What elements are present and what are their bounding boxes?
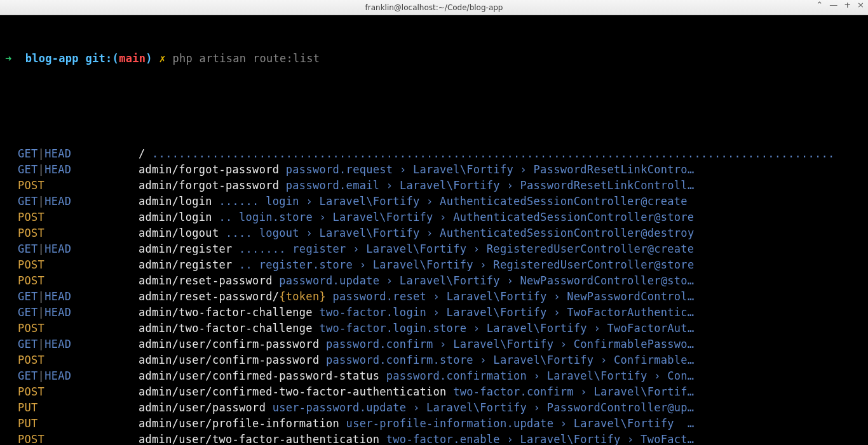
route-uri: admin/two-factor-challenge xyxy=(139,322,319,335)
window-min-button[interactable]: — xyxy=(829,0,837,10)
route-detail: admin/forgot-password password.email › L… xyxy=(139,178,694,194)
route-detail: admin/user/confirm-password password.con… xyxy=(139,352,694,368)
route-uri: admin/two-factor-challenge xyxy=(139,306,319,319)
route-row: GET|HEADadmin/reset-password/{token} pas… xyxy=(5,289,862,305)
route-row: GET|HEADadmin/two-factor-challenge two-f… xyxy=(5,305,862,321)
route-row: GET|HEADadmin/user/confirmed-password-st… xyxy=(5,368,862,384)
route-method: HEAD xyxy=(44,290,71,303)
route-name: password.reset xyxy=(333,290,427,303)
route-uri: admin/user/confirm-password xyxy=(139,338,326,350)
route-uri: admin/forgot-password xyxy=(139,163,286,176)
route-method-column: GET|HEAD xyxy=(5,289,139,305)
route-name: password.email xyxy=(286,179,380,192)
prompt-paren-close: ) xyxy=(146,51,153,67)
window-up-button[interactable]: ⌃ xyxy=(816,0,823,10)
route-row: POSTadmin/user/confirmed-two-factor-auth… xyxy=(5,384,862,400)
prompt-git: git: xyxy=(85,51,112,67)
route-uri: admin/register xyxy=(139,242,239,255)
route-uri: admin/user/password xyxy=(139,401,273,414)
route-detail: admin/logout .... logout › Laravel\Forti… xyxy=(139,225,694,241)
route-row: POSTadmin/two-factor-challenge two-facto… xyxy=(5,321,862,336)
route-method: PUT xyxy=(18,401,38,414)
route-method: HEAD xyxy=(44,147,71,160)
route-dots: ...... xyxy=(219,195,266,208)
method-separator: | xyxy=(38,290,45,303)
method-separator: | xyxy=(38,195,45,208)
route-method: GET xyxy=(18,306,38,319)
shell-prompt: ➜ blog-app git:(main) ✗ php artisan rout… xyxy=(5,51,862,67)
route-detail: admin/user/two-factor-authentication two… xyxy=(139,432,694,445)
route-row: POSTadmin/logout .... logout › Laravel\F… xyxy=(5,225,862,241)
route-method-column: POST xyxy=(5,257,139,273)
route-method: POST xyxy=(18,179,44,192)
route-method: POST xyxy=(18,227,44,239)
route-detail: admin/login ...... login › Laravel\Forti… xyxy=(139,194,688,209)
route-detail: admin/register .. register.store › Larav… xyxy=(139,257,694,273)
route-uri: admin/user/confirm-password xyxy=(139,354,326,366)
route-uri: admin/user/profile-information xyxy=(139,417,346,430)
route-method-column: GET|HEAD xyxy=(5,241,139,257)
route-name: login xyxy=(266,195,299,208)
route-method-column: POST xyxy=(5,178,139,194)
route-method: GET xyxy=(18,195,38,208)
route-dots: ....... xyxy=(239,242,292,255)
prompt-paren-open: ( xyxy=(112,51,119,67)
route-row: POSTadmin/forgot-password password.email… xyxy=(5,178,862,194)
route-controller: › Laravel\Fortify › AuthenticatedSession… xyxy=(313,211,695,223)
route-row: GET|HEADadmin/user/confirm-password pass… xyxy=(5,336,862,352)
route-detail: admin/user/profile-information user-prof… xyxy=(139,416,694,432)
route-method-column: GET|HEAD xyxy=(5,162,139,178)
window-title: franklin@localhost:~/Code/blog-app xyxy=(365,3,503,12)
route-method: POST xyxy=(18,322,44,335)
route-row: PUTadmin/user/profile-information user-p… xyxy=(5,416,862,432)
route-token: {token} xyxy=(279,290,326,303)
route-controller: › Laravel\Fortify › AuthenticatedSession… xyxy=(299,195,688,208)
blank-line xyxy=(5,98,862,114)
route-uri: admin/logout xyxy=(139,227,226,239)
route-uri: admin/reset-password xyxy=(139,274,279,287)
route-controller: › Laravel\Fortify › ConfirmablePasswo… xyxy=(433,338,695,350)
route-name: two-factor.login xyxy=(319,306,426,319)
route-detail: admin/user/confirm-password password.con… xyxy=(139,336,694,352)
route-controller: › Laravel\Fortify › NewPasswordControl… xyxy=(426,290,694,303)
route-detail: admin/two-factor-challenge two-factor.lo… xyxy=(139,321,694,336)
route-name: login.store xyxy=(239,211,313,223)
route-controller: › Laravel\Fortif… xyxy=(574,385,695,398)
route-controller: › Laravel\Fortify › Con… xyxy=(527,369,694,382)
method-separator: | xyxy=(38,147,45,160)
route-method: GET xyxy=(18,290,38,303)
route-detail: admin/forgot-password password.request ›… xyxy=(139,162,694,178)
route-method: HEAD xyxy=(44,338,71,350)
route-row: PUTadmin/user/password user-password.upd… xyxy=(5,400,862,416)
route-detail: admin/register ....... register › Larave… xyxy=(139,241,694,257)
route-detail: admin/user/password user-password.update… xyxy=(139,400,694,416)
route-row: POSTadmin/reset-password password.update… xyxy=(5,273,862,289)
method-separator: | xyxy=(38,242,45,255)
route-method: POST xyxy=(18,258,44,271)
route-name: password.confirm.store xyxy=(326,354,473,366)
method-separator: | xyxy=(38,306,45,319)
prompt-branch: main xyxy=(119,51,146,67)
route-controller: › Laravel\Fortify › TwoFactorAuthentic… xyxy=(426,306,694,319)
route-name: password.confirm xyxy=(326,338,433,350)
window-close-button[interactable]: × xyxy=(857,0,864,10)
route-detail: admin/reset-password password.update › L… xyxy=(139,273,694,289)
route-detail: admin/user/confirmed-password-status pas… xyxy=(139,368,694,384)
route-method: GET xyxy=(18,242,38,255)
terminal[interactable]: ➜ blog-app git:(main) ✗ php artisan rout… xyxy=(0,15,868,445)
route-dots xyxy=(326,290,333,303)
route-name: register.store xyxy=(259,258,353,271)
route-dots: .... xyxy=(226,227,259,239)
route-method: GET xyxy=(18,147,38,160)
prompt-dir: blog-app xyxy=(25,51,79,67)
route-method-column: PUT xyxy=(5,416,139,432)
route-controller: › Laravel\Fortify … xyxy=(553,417,694,430)
route-method-column: PUT xyxy=(5,400,139,416)
route-controller: › Laravel\Fortify › NewPasswordControlle… xyxy=(379,274,694,287)
route-method-column: POST xyxy=(5,273,139,289)
route-method-column: POST xyxy=(5,209,139,225)
route-detail: admin/login .. login.store › Laravel\For… xyxy=(139,209,694,225)
method-separator: | xyxy=(38,163,45,176)
window-max-button[interactable]: + xyxy=(844,0,851,10)
route-method: POST xyxy=(18,274,44,287)
